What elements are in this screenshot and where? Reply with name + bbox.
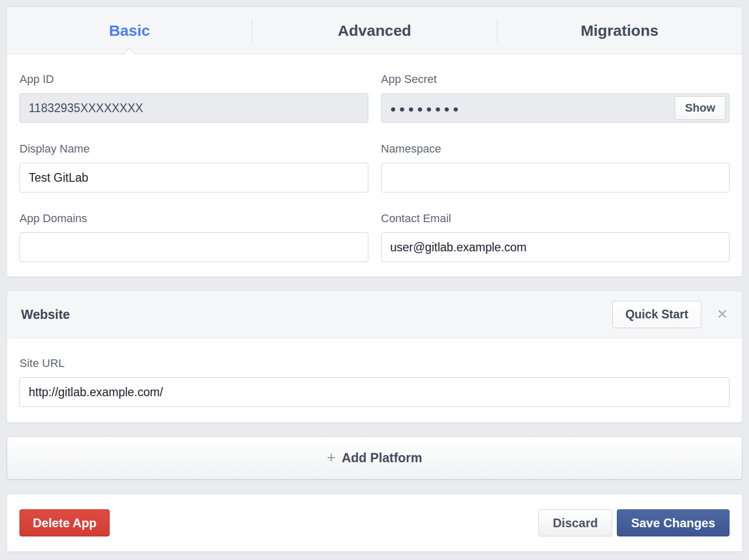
add-platform-button[interactable]: + Add Platform (7, 436, 742, 480)
namespace-field-group: Namespace (381, 142, 730, 192)
site-url-input[interactable] (19, 377, 730, 407)
app-domains-input[interactable] (19, 232, 368, 262)
app-id-label: App ID (19, 73, 368, 86)
app-domains-label: App Domains (19, 212, 368, 225)
namespace-input[interactable] (381, 163, 730, 192)
app-settings-panel: Basic Advanced Migrations App ID App Sec… (7, 7, 742, 277)
contact-email-label: Contact Email (381, 212, 730, 225)
app-secret-label: App Secret (381, 73, 730, 86)
app-secret-field-group: App Secret ●●●●●●●● Show (381, 73, 730, 123)
add-platform-label: Add Platform (342, 450, 422, 465)
app-secret-masked-value: ●●●●●●●● (390, 102, 675, 114)
app-id-input (19, 93, 368, 123)
website-panel-header: Website Quick Start ✕ (7, 291, 742, 338)
tab-advanced[interactable]: Advanced (252, 7, 496, 54)
app-id-field-group: App ID (19, 73, 368, 123)
contact-email-input[interactable] (381, 232, 730, 262)
app-secret-input: ●●●●●●●● Show (381, 93, 730, 123)
quick-start-button[interactable]: Quick Start (612, 301, 702, 328)
website-panel-body: Site URL (7, 338, 742, 422)
save-changes-button[interactable]: Save Changes (617, 509, 730, 536)
close-icon[interactable]: ✕ (716, 308, 728, 321)
app-domains-field-group: App Domains (19, 212, 368, 262)
website-platform-panel: Website Quick Start ✕ Site URL (7, 291, 742, 423)
contact-email-field-group: Contact Email (381, 212, 730, 262)
delete-app-button[interactable]: Delete App (19, 509, 110, 536)
footer-action-bar: Delete App Discard Save Changes (7, 494, 742, 552)
settings-tabbar: Basic Advanced Migrations (7, 7, 742, 54)
website-panel-title: Website (21, 307, 612, 322)
site-url-field-group: Site URL (19, 357, 730, 407)
site-url-label: Site URL (19, 357, 730, 370)
namespace-label: Namespace (381, 142, 730, 156)
display-name-input[interactable] (19, 163, 368, 192)
show-secret-button[interactable]: Show (675, 96, 725, 120)
display-name-field-group: Display Name (19, 142, 368, 192)
tab-basic[interactable]: Basic (7, 7, 252, 54)
plus-icon: + (327, 449, 336, 466)
display-name-label: Display Name (19, 142, 368, 156)
tab-migrations[interactable]: Migrations (497, 7, 742, 54)
discard-button[interactable]: Discard (538, 509, 612, 536)
basic-settings-form: App ID App Secret ●●●●●●●● Show Display … (7, 54, 742, 276)
